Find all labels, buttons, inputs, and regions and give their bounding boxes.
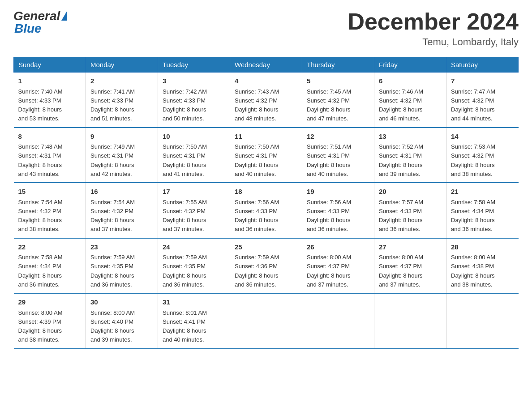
- title-section: December 2024 Temu, Lombardy, Italy: [348, 9, 519, 48]
- day-number: 25: [235, 242, 297, 253]
- calendar-cell: 22Sunrise: 7:58 AMSunset: 4:34 PMDayligh…: [14, 238, 86, 294]
- calendar-cell: 11Sunrise: 7:50 AMSunset: 4:31 PMDayligh…: [230, 128, 302, 183]
- day-number: 24: [163, 242, 225, 253]
- calendar-cell: 21Sunrise: 7:58 AMSunset: 4:34 PMDayligh…: [446, 183, 519, 238]
- day-number: 30: [90, 297, 153, 308]
- day-number: 19: [307, 187, 369, 197]
- day-info: Sunrise: 7:54 AMSunset: 4:32 PMDaylight:…: [18, 199, 63, 233]
- calendar-cell: [302, 293, 374, 349]
- header-wednesday: Wednesday: [230, 57, 302, 73]
- calendar-cell: 16Sunrise: 7:54 AMSunset: 4:32 PMDayligh…: [86, 183, 158, 238]
- month-year-title: December 2024: [348, 9, 519, 34]
- calendar-cell: 28Sunrise: 8:00 AMSunset: 4:38 PMDayligh…: [446, 238, 519, 294]
- day-info: Sunrise: 7:50 AMSunset: 4:31 PMDaylight:…: [163, 143, 207, 177]
- day-number: 17: [163, 187, 225, 197]
- calendar-cell: 7Sunrise: 7:47 AMSunset: 4:32 PMDaylight…: [446, 73, 519, 128]
- day-number: 16: [90, 187, 153, 197]
- day-info: Sunrise: 7:40 AMSunset: 4:33 PMDaylight:…: [18, 88, 63, 122]
- calendar-cell: 18Sunrise: 7:56 AMSunset: 4:33 PMDayligh…: [230, 183, 302, 238]
- header-saturday: Saturday: [446, 57, 519, 73]
- day-info: Sunrise: 7:59 AMSunset: 4:35 PMDaylight:…: [90, 254, 135, 288]
- logo: General Blue: [13, 9, 67, 36]
- day-number: 23: [90, 242, 153, 253]
- day-info: Sunrise: 7:49 AMSunset: 4:31 PMDaylight:…: [90, 143, 135, 177]
- day-info: Sunrise: 8:00 AMSunset: 4:37 PMDaylight:…: [307, 254, 351, 288]
- location-label: Temu, Lombardy, Italy: [348, 36, 519, 48]
- calendar-cell: 30Sunrise: 8:00 AMSunset: 4:40 PMDayligh…: [86, 293, 158, 349]
- day-info: Sunrise: 7:56 AMSunset: 4:33 PMDaylight:…: [235, 199, 279, 233]
- day-info: Sunrise: 7:52 AMSunset: 4:31 PMDaylight:…: [379, 143, 423, 177]
- day-number: 6: [379, 76, 442, 86]
- day-number: 4: [235, 76, 297, 86]
- day-info: Sunrise: 7:41 AMSunset: 4:33 PMDaylight:…: [90, 88, 135, 122]
- day-info: Sunrise: 7:59 AMSunset: 4:36 PMDaylight:…: [235, 254, 279, 288]
- day-number: 7: [451, 76, 514, 86]
- day-info: Sunrise: 7:53 AMSunset: 4:32 PMDaylight:…: [451, 143, 495, 177]
- calendar-cell: 25Sunrise: 7:59 AMSunset: 4:36 PMDayligh…: [230, 238, 302, 294]
- logo-blue-word: Blue: [14, 21, 42, 35]
- calendar-cell: 24Sunrise: 7:59 AMSunset: 4:35 PMDayligh…: [158, 238, 230, 294]
- header-friday: Friday: [374, 57, 446, 73]
- calendar-cell: 19Sunrise: 7:56 AMSunset: 4:33 PMDayligh…: [302, 183, 374, 238]
- day-number: 12: [307, 132, 369, 142]
- calendar-table: SundayMondayTuesdayWednesdayThursdayFrid…: [13, 57, 519, 349]
- day-number: 10: [163, 132, 225, 142]
- day-info: Sunrise: 7:58 AMSunset: 4:34 PMDaylight:…: [18, 254, 63, 288]
- calendar-cell: 9Sunrise: 7:49 AMSunset: 4:31 PMDaylight…: [86, 128, 158, 183]
- day-number: 31: [163, 297, 225, 308]
- day-info: Sunrise: 7:48 AMSunset: 4:31 PMDaylight:…: [18, 143, 63, 177]
- day-number: 14: [451, 132, 514, 142]
- calendar-cell: 23Sunrise: 7:59 AMSunset: 4:35 PMDayligh…: [86, 238, 158, 294]
- calendar-cell: 5Sunrise: 7:45 AMSunset: 4:32 PMDaylight…: [302, 73, 374, 128]
- day-info: Sunrise: 7:57 AMSunset: 4:33 PMDaylight:…: [379, 199, 423, 233]
- day-number: 8: [18, 132, 82, 142]
- calendar-cell: 6Sunrise: 7:46 AMSunset: 4:32 PMDaylight…: [374, 73, 446, 128]
- logo-arrow-icon: [61, 11, 67, 21]
- day-number: 9: [90, 132, 153, 142]
- day-number: 11: [235, 132, 297, 142]
- day-info: Sunrise: 8:01 AMSunset: 4:41 PMDaylight:…: [163, 309, 207, 343]
- calendar-cell: 27Sunrise: 8:00 AMSunset: 4:37 PMDayligh…: [374, 238, 446, 294]
- day-number: 29: [18, 297, 82, 308]
- day-info: Sunrise: 7:50 AMSunset: 4:31 PMDaylight:…: [235, 143, 279, 177]
- calendar-week-row: 29Sunrise: 8:00 AMSunset: 4:39 PMDayligh…: [14, 293, 519, 349]
- calendar-week-row: 15Sunrise: 7:54 AMSunset: 4:32 PMDayligh…: [14, 183, 519, 238]
- day-number: 1: [18, 76, 82, 86]
- day-info: Sunrise: 8:00 AMSunset: 4:37 PMDaylight:…: [379, 254, 423, 288]
- day-info: Sunrise: 7:42 AMSunset: 4:33 PMDaylight:…: [163, 88, 207, 122]
- day-number: 27: [379, 242, 442, 253]
- day-number: 5: [307, 76, 369, 86]
- calendar-cell: 3Sunrise: 7:42 AMSunset: 4:33 PMDaylight…: [158, 73, 230, 128]
- calendar-cell: [446, 293, 519, 349]
- calendar-cell: 29Sunrise: 8:00 AMSunset: 4:39 PMDayligh…: [14, 293, 86, 349]
- header-sunday: Sunday: [14, 57, 86, 73]
- day-number: 21: [451, 187, 514, 197]
- page-header: General Blue December 2024 Temu, Lombard…: [13, 9, 519, 48]
- calendar-week-row: 8Sunrise: 7:48 AMSunset: 4:31 PMDaylight…: [14, 128, 519, 183]
- calendar-cell: 10Sunrise: 7:50 AMSunset: 4:31 PMDayligh…: [158, 128, 230, 183]
- day-number: 15: [18, 187, 82, 197]
- calendar-cell: 31Sunrise: 8:01 AMSunset: 4:41 PMDayligh…: [158, 293, 230, 349]
- calendar-cell: 1Sunrise: 7:40 AMSunset: 4:33 PMDaylight…: [14, 73, 86, 128]
- day-number: 20: [379, 187, 442, 197]
- header-thursday: Thursday: [302, 57, 374, 73]
- calendar-cell: [230, 293, 302, 349]
- calendar-cell: 2Sunrise: 7:41 AMSunset: 4:33 PMDaylight…: [86, 73, 158, 128]
- day-number: 2: [90, 76, 153, 86]
- calendar-cell: 4Sunrise: 7:43 AMSunset: 4:32 PMDaylight…: [230, 73, 302, 128]
- day-info: Sunrise: 7:45 AMSunset: 4:32 PMDaylight:…: [307, 88, 351, 122]
- day-info: Sunrise: 8:00 AMSunset: 4:38 PMDaylight:…: [451, 254, 495, 288]
- calendar-cell: 8Sunrise: 7:48 AMSunset: 4:31 PMDaylight…: [14, 128, 86, 183]
- day-info: Sunrise: 7:54 AMSunset: 4:32 PMDaylight:…: [90, 199, 135, 233]
- day-info: Sunrise: 7:43 AMSunset: 4:32 PMDaylight:…: [235, 88, 279, 122]
- day-info: Sunrise: 7:55 AMSunset: 4:32 PMDaylight:…: [163, 199, 207, 233]
- day-number: 13: [379, 132, 442, 142]
- day-number: 18: [235, 187, 297, 197]
- day-info: Sunrise: 8:00 AMSunset: 4:40 PMDaylight:…: [90, 309, 135, 343]
- day-info: Sunrise: 7:56 AMSunset: 4:33 PMDaylight:…: [307, 199, 351, 233]
- calendar-cell: [374, 293, 446, 349]
- calendar-cell: 14Sunrise: 7:53 AMSunset: 4:32 PMDayligh…: [446, 128, 519, 183]
- calendar-week-row: 1Sunrise: 7:40 AMSunset: 4:33 PMDaylight…: [14, 73, 519, 128]
- day-info: Sunrise: 7:59 AMSunset: 4:35 PMDaylight:…: [163, 254, 207, 288]
- day-number: 3: [163, 76, 225, 86]
